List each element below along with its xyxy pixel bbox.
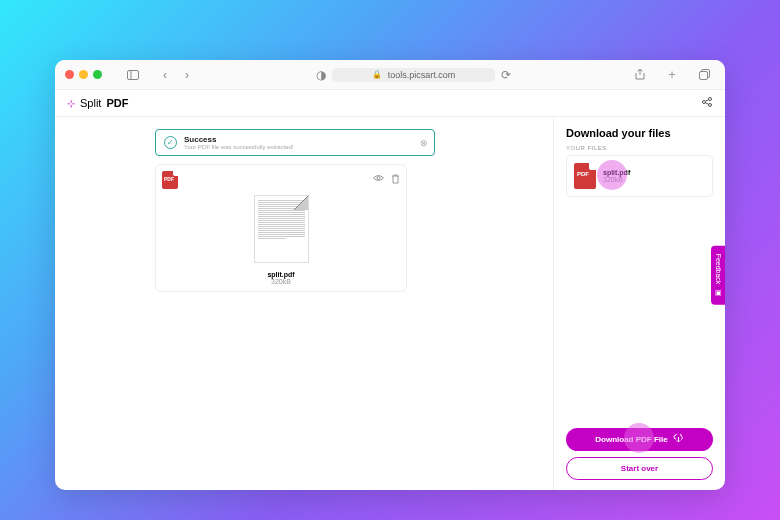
panel-heading: Download your files [566, 127, 713, 139]
browser-chrome: ‹ › ◑ 🔒 tools.picsart.com ⟳ ＋ [55, 60, 725, 90]
brand-prefix: Split [80, 97, 101, 109]
download-panel: Download your files YOUR FILES split.pdf… [553, 117, 725, 490]
download-button[interactable]: Download PDF File [566, 428, 713, 451]
page-thumbnail [254, 195, 309, 263]
brand-icon: ⊹ [67, 98, 75, 109]
brand: ⊹ Split PDF [67, 97, 128, 109]
preview-filename: split.pdf [162, 271, 400, 278]
svg-point-5 [709, 98, 712, 101]
feedback-label: Feedback [715, 254, 722, 285]
address-bar[interactable]: 🔒 tools.picsart.com [332, 68, 496, 82]
svg-rect-0 [128, 70, 139, 79]
svg-point-4 [703, 101, 706, 104]
success-subtitle: Your PDF file was successfully extracted… [184, 144, 294, 150]
tabs-overview-icon[interactable] [693, 64, 715, 86]
file-preview-card: split.pdf 320kB [155, 164, 407, 292]
svg-line-8 [705, 103, 708, 105]
nav-forward-icon[interactable]: › [176, 64, 198, 86]
share-browser-icon[interactable] [629, 64, 651, 86]
success-title: Success [184, 135, 294, 144]
start-over-button[interactable]: Start over [566, 457, 713, 480]
sidebar-toggle-icon[interactable] [122, 64, 144, 86]
app-share-icon[interactable] [701, 96, 713, 110]
browser-window: ‹ › ◑ 🔒 tools.picsart.com ⟳ ＋ ⊹ Split PD… [55, 60, 725, 490]
success-banner: ✓ Success Your PDF file was successfully… [155, 129, 435, 156]
pdf-badge-large-icon [574, 163, 596, 189]
svg-rect-3 [699, 72, 707, 80]
brand-bold: PDF [106, 97, 128, 109]
svg-line-7 [705, 100, 708, 102]
main-area: ✓ Success Your PDF file was successfully… [55, 117, 553, 490]
workspace: ✓ Success Your PDF file was successfully… [55, 117, 725, 490]
close-window-icon[interactable] [65, 70, 74, 79]
preview-eye-icon[interactable] [373, 174, 384, 186]
download-button-label: Download PDF File [595, 435, 667, 444]
minimize-window-icon[interactable] [79, 70, 88, 79]
success-icon: ✓ [164, 136, 177, 149]
reload-icon[interactable]: ⟳ [495, 64, 517, 86]
lock-icon: 🔒 [372, 70, 382, 79]
svg-point-9 [377, 177, 380, 180]
fullscreen-window-icon[interactable] [93, 70, 102, 79]
tile-filename: split.pdf [603, 169, 630, 176]
pdf-badge-icon [162, 171, 178, 189]
shield-icon[interactable]: ◑ [310, 64, 332, 86]
panel-label: YOUR FILES [566, 145, 713, 151]
delete-trash-icon[interactable] [391, 174, 400, 186]
svg-point-6 [709, 104, 712, 107]
traffic-lights [65, 70, 102, 79]
url-text: tools.picsart.com [388, 70, 456, 80]
close-banner-icon[interactable]: ⊗ [420, 138, 428, 148]
download-file-tile[interactable]: split.pdf 320kB [566, 155, 713, 197]
feedback-tab[interactable]: Feedback ▣ [711, 246, 725, 305]
tile-filesize: 320kB [603, 176, 630, 183]
nav-back-icon[interactable]: ‹ [154, 64, 176, 86]
feedback-chat-icon: ▣ [714, 288, 722, 296]
app-header: ⊹ Split PDF [55, 90, 725, 117]
preview-filesize: 320kB [162, 278, 400, 285]
download-cloud-icon [673, 434, 684, 445]
new-tab-icon[interactable]: ＋ [661, 64, 683, 86]
start-over-label: Start over [621, 464, 658, 473]
